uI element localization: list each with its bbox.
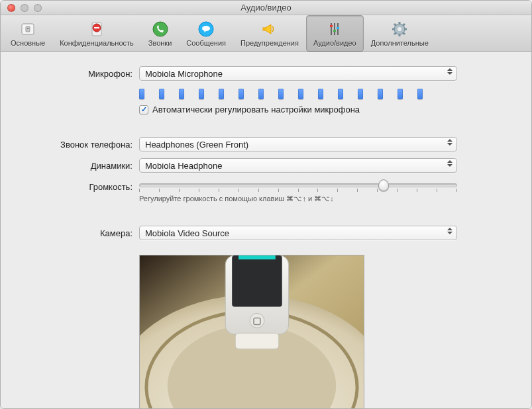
svg-rect-14 <box>333 30 336 32</box>
svg-line-24 <box>394 32 396 34</box>
microphone-value: Mobiola Microphone <box>145 69 223 79</box>
ringer-select[interactable]: Headphones (Green Front) <box>139 137 457 152</box>
speakers-select[interactable]: Mobiola Headphone <box>139 158 457 173</box>
toolbar-audio-video[interactable]: Аудио/видео <box>306 15 364 52</box>
chevron-updown-icon <box>447 160 452 167</box>
meter-segment <box>298 89 303 99</box>
auto-adjust-checkbox[interactable]: ✓ <box>139 105 148 114</box>
camera-label: Камера: <box>17 226 139 238</box>
camera-value: Mobiola Video Source <box>145 228 229 238</box>
toolbar-label: Дополнительные <box>371 39 429 47</box>
chevron-updown-icon <box>447 68 452 75</box>
svg-point-8 <box>202 26 210 31</box>
ringer-value: Headphones (Green Front) <box>145 140 248 150</box>
svg-line-22 <box>394 24 396 26</box>
meter-segment <box>179 89 184 99</box>
meter-segment <box>338 89 343 99</box>
toolbar-alerts[interactable]: Предупреждения <box>233 15 306 52</box>
svg-line-23 <box>403 32 405 34</box>
camera-preview: JƧL <box>139 255 364 408</box>
meter-segment <box>278 89 284 99</box>
speakers-label: Динамики: <box>17 158 139 171</box>
switch-icon <box>19 20 37 38</box>
toolbar-label: Сообщения <box>186 39 226 47</box>
volume-label: Громкость: <box>17 179 139 192</box>
meter-segment <box>139 89 144 99</box>
svg-rect-31 <box>232 255 282 307</box>
svg-rect-32 <box>239 255 276 259</box>
phone-icon <box>151 20 170 38</box>
chevron-updown-icon <box>447 228 452 234</box>
preferences-window: Аудио/видео Основные Конфиденциальность … <box>0 0 532 409</box>
meter-segment <box>318 89 323 99</box>
meter-segment <box>398 89 403 99</box>
meter-segment <box>258 89 264 99</box>
svg-rect-35 <box>235 333 279 349</box>
auto-adjust-label: Автоматически регулировать настройки мик… <box>152 105 360 114</box>
meter-segment <box>358 89 363 99</box>
svg-point-2 <box>27 28 28 29</box>
toolbar-label: Конфиденциальность <box>60 39 134 47</box>
svg-rect-9 <box>263 28 265 30</box>
content-pane: Микрофон: Mobiola Microphone ✓ Автоматич… <box>1 52 531 408</box>
megaphone-icon <box>260 20 279 38</box>
svg-rect-15 <box>337 27 339 29</box>
toolbar-label: Предупреждения <box>240 39 299 47</box>
toolbar-calls[interactable]: Звонки <box>141 15 180 52</box>
meter-segment <box>199 89 204 99</box>
no-entry-icon <box>87 20 106 38</box>
toolbar-messages[interactable]: Сообщения <box>179 15 233 52</box>
svg-rect-5 <box>94 27 99 28</box>
toolbar: Основные Конфиденциальность Звонки Сообщ… <box>1 15 531 52</box>
volume-ticks <box>139 189 457 192</box>
mic-level-meter <box>139 89 457 99</box>
meter-segment <box>239 89 244 99</box>
ringer-label: Звонок телефона: <box>17 137 139 150</box>
window-title: Аудио/видео <box>1 3 531 13</box>
svg-rect-13 <box>330 25 333 27</box>
sliders-icon <box>325 20 344 38</box>
chat-icon <box>197 20 215 38</box>
svg-point-17 <box>398 27 401 31</box>
titlebar: Аудио/видео <box>1 1 531 15</box>
volume-hint: Регулируйте громкость с помощью клавиш ⌘… <box>139 195 515 203</box>
chevron-updown-icon <box>447 139 452 146</box>
meter-segment <box>159 89 164 99</box>
toolbar-privacy[interactable]: Конфиденциальность <box>52 15 141 52</box>
toolbar-label: Звонки <box>148 39 172 47</box>
meter-segment <box>417 89 423 99</box>
volume-slider[interactable] <box>139 183 457 187</box>
microphone-select[interactable]: Mobiola Microphone <box>139 66 457 81</box>
meter-segment <box>378 89 383 99</box>
toolbar-general[interactable]: Основные <box>3 15 52 52</box>
svg-point-33 <box>250 313 264 328</box>
meter-segment <box>219 89 224 99</box>
toolbar-label: Основные <box>11 39 45 47</box>
svg-point-6 <box>153 22 168 36</box>
speakers-value: Mobiola Headphone <box>145 161 222 171</box>
volume-thumb[interactable] <box>378 179 389 191</box>
camera-select[interactable]: Mobiola Video Source <box>139 226 457 240</box>
gear-icon <box>390 20 409 38</box>
svg-line-25 <box>403 24 405 26</box>
microphone-label: Микрофон: <box>17 66 139 79</box>
toolbar-advanced[interactable]: Дополнительные <box>364 15 436 52</box>
toolbar-label: Аудио/видео <box>313 39 356 47</box>
